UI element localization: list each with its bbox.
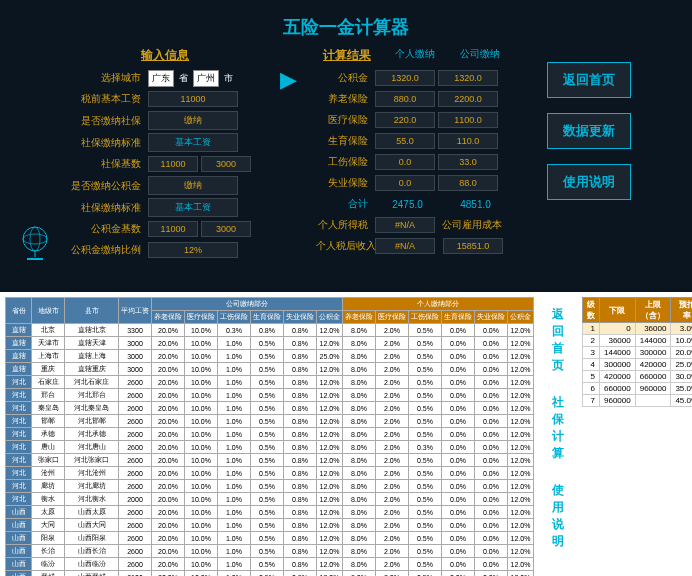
help-button-2[interactable]: 使用说明 [544,478,572,554]
gjj-toggle[interactable]: 缴纳 [148,176,238,195]
calc-button[interactable]: 社保计算 [544,390,572,466]
svg-point-0 [23,227,47,251]
result-section-head: 计算结果 [312,47,382,64]
input-section-head: 输入信息 [65,47,265,64]
help-button[interactable]: 使用说明 [547,164,631,200]
svg-point-2 [30,227,40,251]
globe-icon [15,222,55,262]
gjj-std[interactable]: 基本工资 [148,198,238,217]
gjj-base1[interactable]: 11000 [148,221,198,237]
app-title: 五险一金计算器 [20,15,672,39]
city-select[interactable]: 广州 [193,70,219,87]
svg-point-1 [23,234,47,244]
calculator-panel: 五险一金计算器 输入信息 选择城市 广东省 广州市 税前基本工资11000 是否… [0,0,692,292]
gjj-ratio[interactable]: 12% [148,242,238,258]
arrow-icon: ▶ [275,47,302,113]
update-button[interactable]: 数据更新 [547,113,631,149]
salary-label: 税前基本工资 [65,90,145,108]
rates-table[interactable]: 省份地级市县市平均工资公司缴纳部分个人缴纳部分 养老保险医疗保险工伤保险生育保险… [5,297,534,576]
city-label: 选择城市 [65,69,145,87]
salary-input[interactable]: 11000 [148,91,238,107]
shebao-toggle[interactable]: 缴纳 [148,111,238,130]
home-button[interactable]: 返回首页 [547,62,631,98]
shebao-base2[interactable]: 3000 [201,156,251,172]
shebao-std[interactable]: 基本工资 [148,133,238,152]
gjj-base2[interactable]: 3000 [201,221,251,237]
province-select[interactable]: 广东 [148,70,174,87]
home-button-2[interactable]: 返回首页 [544,302,572,378]
tax-table[interactable]: 级数下限上限（含）预扣率速算扣除数 10360003.0%23600014400… [582,297,692,407]
shebao-base1[interactable]: 11000 [148,156,198,172]
